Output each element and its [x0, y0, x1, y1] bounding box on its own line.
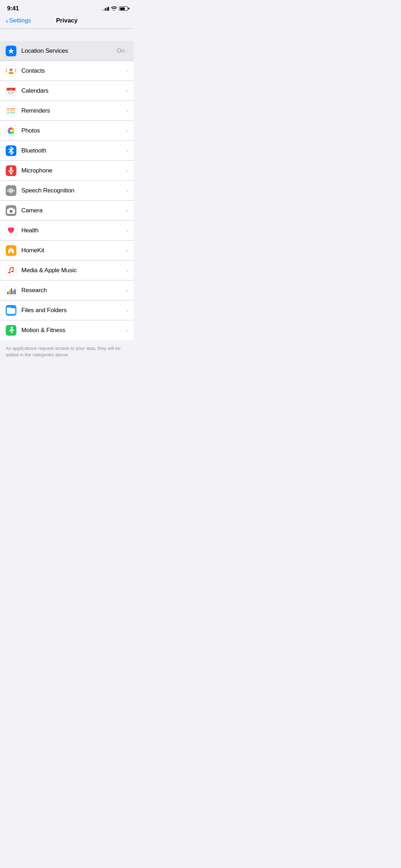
- svg-point-15: [12, 92, 13, 93]
- item-right: ›: [126, 288, 128, 293]
- list-item[interactable]: Camera ›: [0, 201, 134, 221]
- item-right: ›: [126, 208, 128, 213]
- list-item[interactable]: Microphone ›: [0, 161, 134, 181]
- svg-point-63: [9, 290, 10, 291]
- item-content: Speech Recognition ›: [21, 187, 128, 194]
- location-icon: [6, 46, 16, 56]
- item-right: ›: [126, 108, 128, 114]
- list-item[interactable]: Research ›: [0, 280, 134, 300]
- svg-rect-5: [15, 69, 16, 70]
- item-label: Reminders: [21, 107, 50, 114]
- svg-point-14: [11, 92, 11, 93]
- signal-icon: [102, 6, 109, 11]
- list-item[interactable]: Motion & Fitness ›: [0, 320, 134, 340]
- list-item[interactable]: Contacts ›: [0, 61, 134, 81]
- list-item[interactable]: Photos ›: [0, 121, 134, 141]
- item-content: Health ›: [21, 227, 128, 234]
- microphone-icon: [6, 165, 16, 176]
- chevron-right-icon: ›: [126, 168, 128, 174]
- svg-point-24: [7, 110, 9, 112]
- item-label: Files and Folders: [21, 307, 67, 314]
- svg-rect-57: [7, 293, 9, 294]
- page-title: Privacy: [56, 17, 78, 24]
- svg-point-67: [11, 327, 13, 329]
- list-item[interactable]: Bluetooth ›: [0, 141, 134, 161]
- status-time: 9:41: [7, 5, 19, 12]
- chevron-right-icon: ›: [126, 68, 128, 74]
- svg-point-65: [13, 290, 14, 291]
- svg-rect-3: [6, 69, 7, 70]
- svg-rect-43: [10, 188, 11, 193]
- item-right: ›: [126, 188, 128, 193]
- chevron-right-icon: ›: [126, 108, 128, 114]
- status-icons: [102, 6, 128, 11]
- svg-rect-27: [10, 112, 15, 113]
- nav-bar: ‹ Settings Privacy: [0, 14, 134, 29]
- item-content: Research ›: [21, 287, 128, 294]
- item-right: ›: [126, 228, 128, 233]
- research-icon: [6, 285, 16, 296]
- svg-point-18: [9, 93, 10, 94]
- svg-rect-6: [15, 71, 16, 72]
- svg-rect-25: [10, 110, 15, 111]
- list-item[interactable]: Health ›: [0, 221, 134, 241]
- item-content: Motion & Fitness ›: [21, 327, 128, 334]
- item-label: Photos: [21, 127, 40, 134]
- item-label: Speech Recognition: [21, 187, 74, 194]
- fitness-icon: [6, 325, 16, 336]
- list-item[interactable]: Files and Folders ›: [0, 300, 134, 320]
- item-content: HomeKit ›: [21, 247, 128, 254]
- item-right: ›: [126, 88, 128, 94]
- svg-point-16: [14, 92, 14, 93]
- svg-rect-51: [6, 265, 16, 275]
- list-item[interactable]: Reminders ›: [0, 101, 134, 121]
- status-bar: 9:41: [0, 0, 134, 14]
- chevron-right-icon: ›: [126, 327, 128, 333]
- svg-point-48: [10, 210, 12, 212]
- svg-point-66: [15, 289, 16, 290]
- back-button[interactable]: ‹ Settings: [6, 17, 31, 24]
- svg-rect-38: [10, 167, 12, 171]
- reminders-icon: [6, 105, 16, 116]
- svg-rect-44: [12, 189, 13, 192]
- item-label: Motion & Fitness: [21, 327, 65, 334]
- back-label: Settings: [9, 17, 31, 24]
- svg-point-22: [7, 108, 9, 109]
- item-right: ›: [126, 248, 128, 253]
- list-item[interactable]: Location Services On ›: [0, 41, 134, 61]
- chevron-right-icon: ›: [126, 188, 128, 193]
- homekit-icon: [6, 245, 16, 256]
- svg-text:●  ●: ● ●: [10, 88, 12, 90]
- item-label: Calendars: [21, 87, 48, 94]
- list-item[interactable]: Speech Recognition ›: [0, 181, 134, 201]
- svg-rect-45: [14, 190, 15, 191]
- item-content: Reminders ›: [21, 107, 128, 114]
- item-content: Media & Apple Music ›: [21, 267, 128, 274]
- item-content: Contacts ›: [21, 67, 128, 74]
- battery-icon: [119, 6, 128, 11]
- chevron-right-icon: ›: [126, 148, 128, 154]
- chevron-right-icon: ›: [126, 88, 128, 94]
- item-content: Location Services On ›: [21, 47, 128, 55]
- music-icon: [6, 265, 16, 276]
- item-value: On: [117, 47, 125, 55]
- item-content: Calendars ›: [21, 87, 128, 94]
- item-label: Bluetooth: [21, 147, 46, 154]
- svg-rect-41: [7, 190, 8, 191]
- item-right: ›: [126, 308, 128, 313]
- camera-icon: [6, 205, 16, 216]
- item-content: Files and Folders ›: [21, 307, 128, 314]
- item-label: Contacts: [21, 67, 45, 74]
- chevron-right-icon: ›: [126, 208, 128, 213]
- item-label: Camera: [21, 207, 42, 214]
- svg-point-37: [10, 129, 12, 132]
- back-chevron-icon: ‹: [6, 17, 8, 24]
- svg-rect-60: [12, 291, 14, 294]
- list-item[interactable]: Media & Apple Music ›: [0, 260, 134, 280]
- item-right: ›: [126, 68, 128, 74]
- svg-rect-59: [11, 289, 12, 294]
- list-item[interactable]: HomeKit ›: [0, 241, 134, 260]
- chevron-right-icon: ›: [126, 248, 128, 253]
- item-content: Bluetooth ›: [21, 147, 128, 154]
- list-item[interactable]: ● ● Calendars ›: [0, 81, 134, 101]
